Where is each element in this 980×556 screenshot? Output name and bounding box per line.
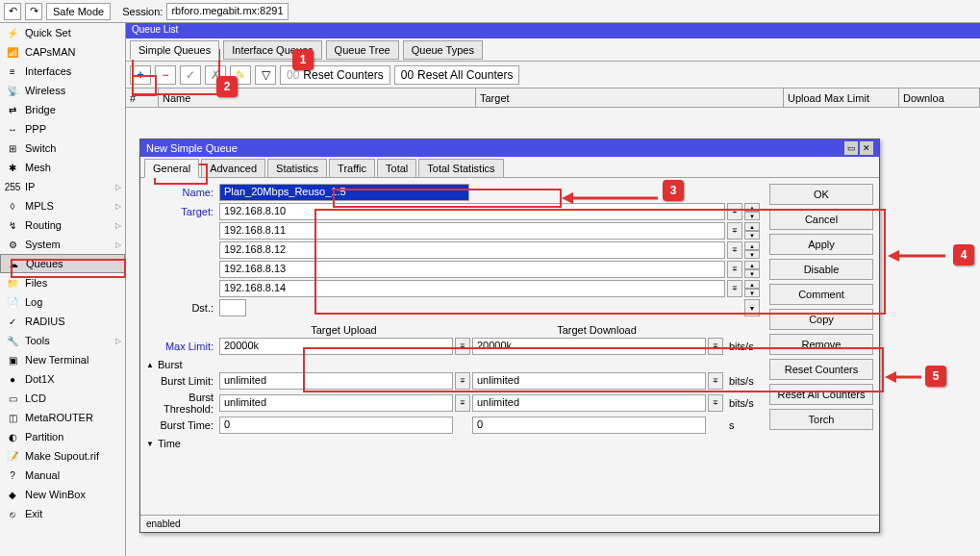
- col-num[interactable]: #: [126, 88, 159, 107]
- dlg-tab-traffic[interactable]: Traffic: [329, 159, 375, 178]
- target-down-1[interactable]: ▼: [744, 231, 760, 240]
- dlg-btn-disable[interactable]: Disable: [769, 259, 873, 280]
- target-input-4[interactable]: 192.168.8.14: [219, 280, 725, 297]
- sidebar-item-bridge[interactable]: ⇄Bridge: [0, 100, 125, 119]
- burstthresh-up-input[interactable]: unlimited: [219, 394, 453, 412]
- time-section[interactable]: ▼Time: [146, 438, 760, 449]
- name-input[interactable]: Plan_20Mbps_Reuso_1:5: [219, 184, 469, 201]
- dst-expand-button[interactable]: ▼: [744, 299, 760, 316]
- dlg-btn-remove[interactable]: Remove: [769, 334, 873, 355]
- sidebar-item-exit[interactable]: ⎋Exit: [0, 504, 125, 523]
- burstthresh-down-input[interactable]: unlimited: [472, 394, 706, 412]
- target-up-3[interactable]: ▲: [744, 261, 760, 269]
- target-up-4[interactable]: ▲: [744, 280, 760, 289]
- maxlimit-down-dd[interactable]: ∓: [708, 338, 723, 355]
- burstlimit-up-input[interactable]: unlimited: [219, 372, 453, 390]
- sidebar-item-wireless[interactable]: 📡Wireless: [0, 81, 125, 100]
- maxlimit-down-input[interactable]: 20000k: [472, 338, 706, 355]
- remove-button[interactable]: −: [155, 65, 176, 85]
- sidebar-item-lcd[interactable]: ▭LCD: [0, 389, 125, 408]
- dlg-tab-general[interactable]: General: [144, 159, 199, 178]
- tab-interface-queues[interactable]: Interface Queues: [223, 40, 321, 60]
- target-dd-3[interactable]: ∓: [727, 261, 742, 278]
- sidebar-item-metarouter[interactable]: ◫MetaROUTER: [0, 408, 125, 427]
- sidebar-item-files[interactable]: 📁Files: [0, 273, 125, 292]
- target-input-2[interactable]: 192.168.8.12: [219, 241, 725, 259]
- tab-queue-types[interactable]: Queue Types: [403, 40, 483, 60]
- burst-section[interactable]: ▲Burst: [146, 359, 760, 370]
- dlg-btn-reset-counters[interactable]: Reset Counters: [769, 359, 873, 380]
- safe-mode-button[interactable]: Safe Mode: [46, 3, 111, 20]
- sidebar-item-tools[interactable]: 🔧Tools▷: [0, 331, 125, 350]
- target-down-3[interactable]: ▼: [744, 269, 760, 278]
- sidebar-item-switch[interactable]: ⊞Switch: [0, 139, 125, 158]
- target-down-2[interactable]: ▼: [744, 250, 760, 259]
- burstlimit-down-input[interactable]: unlimited: [472, 372, 706, 390]
- comment-button[interactable]: ✎: [230, 65, 251, 85]
- target-input-3[interactable]: 192.168.8.13: [219, 261, 725, 278]
- target-dd-1[interactable]: ∓: [727, 222, 742, 240]
- redo-button[interactable]: ↷: [25, 3, 42, 20]
- sidebar-item-make-supout-rif[interactable]: 📝Make Supout.rif: [0, 446, 125, 466]
- sidebar-item-radius[interactable]: ✓RADIUS: [0, 312, 125, 331]
- minimize-icon[interactable]: ▭: [844, 141, 858, 155]
- burstlimit-down-dd[interactable]: ∓: [708, 372, 723, 390]
- dlg-tab-advanced[interactable]: Advanced: [201, 159, 265, 178]
- maxlimit-up-input[interactable]: 20000k: [219, 338, 453, 355]
- dlg-btn-torch[interactable]: Torch: [769, 409, 873, 430]
- dst-input[interactable]: [219, 299, 246, 316]
- tab-simple-queues[interactable]: Simple Queues: [130, 40, 219, 60]
- sidebar-item-mesh[interactable]: ✱Mesh: [0, 158, 125, 177]
- add-button[interactable]: +: [130, 65, 151, 85]
- bursttime-down-input[interactable]: 0: [472, 417, 706, 434]
- dlg-btn-reset-all-counters[interactable]: Reset All Counters: [769, 384, 873, 405]
- burstthresh-up-dd[interactable]: ∓: [455, 394, 470, 412]
- target-input-1[interactable]: 192.168.8.11: [219, 222, 725, 240]
- undo-button[interactable]: ↶: [4, 3, 21, 20]
- target-input-0[interactable]: 192.168.8.10: [219, 203, 725, 220]
- target-up-0[interactable]: ▲: [744, 203, 760, 212]
- target-dd-2[interactable]: ∓: [727, 241, 742, 259]
- sidebar-item-ppp[interactable]: ↔PPP: [0, 119, 125, 139]
- sidebar-item-quick-set[interactable]: ⚡Quick Set: [0, 23, 125, 42]
- col-down[interactable]: Downloa: [899, 88, 980, 107]
- sidebar-item-dot1x[interactable]: ●Dot1X: [0, 369, 125, 389]
- enable-button[interactable]: ✓: [180, 65, 201, 85]
- dlg-tab-total[interactable]: Total: [377, 159, 416, 178]
- target-down-0[interactable]: ▼: [744, 212, 760, 220]
- tab-queue-tree[interactable]: Queue Tree: [326, 40, 399, 60]
- burstthresh-down-dd[interactable]: ∓: [708, 394, 723, 412]
- bursttime-up-input[interactable]: 0: [219, 417, 453, 434]
- dlg-btn-apply[interactable]: Apply: [769, 234, 873, 255]
- filter-button[interactable]: ▽: [255, 65, 276, 85]
- sidebar-item-capsman[interactable]: 📶CAPsMAN: [0, 42, 125, 62]
- sidebar-item-manual[interactable]: ?Manual: [0, 466, 125, 485]
- col-name[interactable]: Name: [159, 88, 476, 107]
- disable-button[interactable]: ✗: [205, 65, 226, 85]
- reset-counters-button[interactable]: 00Reset Counters: [280, 65, 390, 85]
- sidebar-item-mpls[interactable]: ◊MPLS▷: [0, 196, 125, 215]
- sidebar-item-interfaces[interactable]: ≡Interfaces: [0, 62, 125, 81]
- target-down-4[interactable]: ▼: [744, 289, 760, 297]
- dlg-btn-ok[interactable]: OK: [769, 184, 873, 205]
- burstlimit-up-dd[interactable]: ∓: [455, 372, 470, 390]
- target-up-1[interactable]: ▲: [744, 222, 760, 231]
- sidebar-item-partition[interactable]: ◐Partition: [0, 427, 125, 446]
- col-upmax[interactable]: Upload Max Limit: [784, 88, 899, 107]
- target-up-2[interactable]: ▲: [744, 241, 760, 250]
- sidebar-item-ip[interactable]: 255IP▷: [0, 177, 125, 196]
- sidebar-item-log[interactable]: 📄Log: [0, 292, 125, 312]
- sidebar-item-system[interactable]: ⚙System▷: [0, 235, 125, 254]
- dlg-tab-total-stats[interactable]: Total Statistics: [418, 159, 503, 178]
- sidebar-item-new-winbox[interactable]: ◆New WinBox: [0, 485, 125, 504]
- dlg-btn-comment[interactable]: Comment: [769, 284, 873, 305]
- target-dd-4[interactable]: ∓: [727, 280, 742, 297]
- sidebar-item-new-terminal[interactable]: ▣New Terminal: [0, 350, 125, 369]
- dlg-tab-statistics[interactable]: Statistics: [267, 159, 327, 178]
- sidebar-item-queues[interactable]: ☁Queues: [0, 254, 125, 273]
- close-icon[interactable]: ✕: [860, 141, 873, 155]
- target-dd-0[interactable]: ∓: [727, 203, 742, 220]
- sidebar-item-routing[interactable]: ↯Routing▷: [0, 215, 125, 235]
- dlg-btn-cancel[interactable]: Cancel: [769, 209, 873, 230]
- col-target[interactable]: Target: [476, 88, 784, 107]
